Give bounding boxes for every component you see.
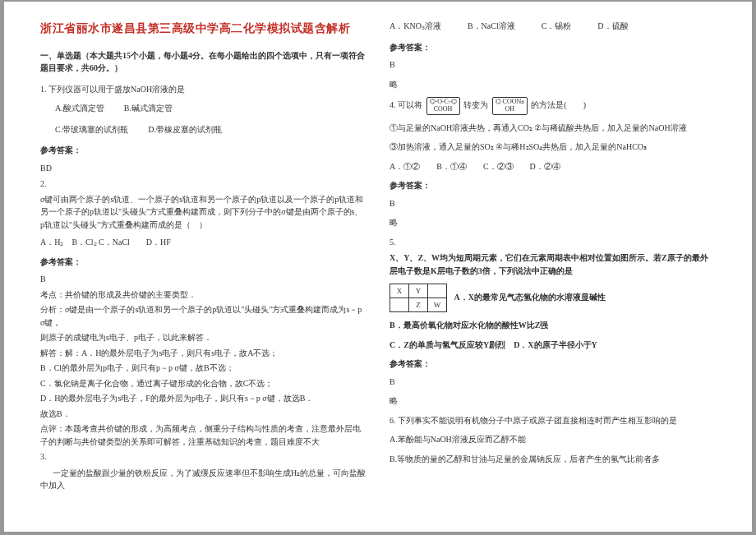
q5-opt-c: C．Z的单质与氢气反应较Y剧烈 xyxy=(390,340,505,349)
q2-an2: 则原子的成键电为s电子、p电子，以此来解答． xyxy=(40,331,366,344)
q1-opt-a: A.酸式滴定管 xyxy=(55,102,104,115)
q6-opt-a: A.苯酚能与NaOH溶液反应而乙醇不能 xyxy=(390,433,716,446)
q4-answer: B xyxy=(390,197,716,210)
molecule-2-icon: ⌬ COONaOH xyxy=(492,97,528,115)
q2-kd: 考点：共价键的形成及共价键的主要类型． xyxy=(40,288,366,302)
q2-sol-a: 解答：解：A．H的最外层电子为s电子，则只有s电子，故A不选； xyxy=(40,347,366,360)
q4-line1: ①与足量的NaOH溶液共热，再通入CO₂ ②与稀硫酸共热后，加入足量的NaOH溶… xyxy=(390,122,716,135)
molecule-1-icon: ⌬-O-C-⌬COOH xyxy=(426,97,460,115)
section-1-head: 一、单选题（本大题共15个小题，每小题4分。在每小题给出的四个选项中，只有一项符… xyxy=(40,49,366,75)
q4-note: 略 xyxy=(390,216,716,229)
q1-answer: BD xyxy=(40,162,366,175)
q5-text: X、Y、Z、W均为短周期元素，它们在元素周期表中相对位置如图所示。若Z原子的最外… xyxy=(390,251,716,277)
q6-opt-b: B.等物质的量的乙醇和甘油与足量的金属钠反应，后者产生的氢气比前者多 xyxy=(390,453,716,466)
q4-stem: 4. 可以将 ⌬-O-C-⌬COOH 转变为 ⌬ COONaOH 的方法是( ) xyxy=(390,97,716,115)
q1-answer-label: 参考答案： xyxy=(40,144,366,157)
q5-num: 5. xyxy=(390,236,716,249)
q1-stem: 1. 下列仪器可以用于盛放NaOH溶液的是 xyxy=(40,83,366,96)
q2-para1: σ键可由两个原子的s轨道、一个原子的s轨道和另一个原子的p轨道以及一个原子的p轨… xyxy=(40,193,366,232)
q5-opt-d: D．X的原子半径小于Y xyxy=(514,340,597,349)
q5-opt-b: B．最高价氧化物对应水化物的酸性W比Z强 xyxy=(390,319,716,332)
q2-sol-b: B．Cl的最外层为p电子，则只有p－p σ键，故B不选； xyxy=(40,362,366,375)
q3-opt-d: D．硫酸 xyxy=(597,20,628,33)
q3-opt-c: C．锡粉 xyxy=(542,20,572,33)
q2-answer-label: 参考答案： xyxy=(40,256,366,269)
q3-text: 一定量的盐酸跟少量的铁粉反应，为了减缓反应速率但不影响生成H₂的总量，可向盐酸中… xyxy=(40,467,366,492)
exam-paper: 浙江省丽水市遂昌县第三高级中学高二化学模拟试题含解析 一、单选题（本大题共15个… xyxy=(4,2,752,532)
q1-opt-d: D.带橡皮塞的试剂瓶 xyxy=(148,123,222,136)
q1-options-row1: A.酸式滴定管 B.碱式滴定管 xyxy=(55,102,366,115)
q4-post: 的方法是( ) xyxy=(531,100,586,109)
q2-sol-c: C．氯化钠是离子化合物，通过离子键形成的化合物，故C不选； xyxy=(40,377,366,390)
q3-answer: B xyxy=(390,58,716,71)
q3-num: 3. xyxy=(40,450,366,464)
periodic-position-table: XY ZW xyxy=(390,284,447,312)
q3-answer-label: 参考答案： xyxy=(390,41,716,54)
q4-pre: 4. 可以将 xyxy=(390,100,422,109)
q2-opts: A．H₂ B．Cl₂ C．NaCl D．HF xyxy=(40,236,366,249)
q3-note: 略 xyxy=(390,78,716,91)
q2-answer: B xyxy=(40,273,366,286)
doc-title: 浙江省丽水市遂昌县第三高级中学高二化学模拟试题含解析 xyxy=(40,20,366,38)
q3-opt-a: A．KNO₃溶液 xyxy=(390,20,441,33)
q4-line2: ③加热溶液，通入足量的SO₂ ④与稀H₂SO₄共热后，加入足量的NaHCO₃ xyxy=(390,141,716,154)
q1-options-row2: C.带玻璃塞的试剂瓶 D.带橡皮塞的试剂瓶 xyxy=(55,123,366,136)
q6-text: 6. 下列事实不能说明有机物分子中原子或原子团直接相连时而产生相互影响的是 xyxy=(390,414,716,427)
q2-explanation: B 考点：共价键的形成及共价键的主要类型． 分析：σ键是由一个原子的s轨道和另一… xyxy=(40,273,366,448)
q2-num: 2. xyxy=(40,178,366,191)
q5-answer: B xyxy=(390,376,716,389)
q2-sol-d: D．H的最外层电子为s电子，F的最外层为p电子，则只有s－p σ键，故选B． xyxy=(40,392,366,405)
q2-block: 2. σ键可由两个原子的s轨道、一个原子的s轨道和另一个原子的p轨道以及一个原子… xyxy=(40,178,366,249)
q5-opt-a: A．X的最常见气态氢化物的水溶液显碱性 xyxy=(454,293,606,302)
q3-options: A．KNO₃溶液 B．NaCl溶液 C．锡粉 D．硫酸 xyxy=(390,20,716,33)
q2-sol-e: 故选B． xyxy=(40,408,366,421)
q1-opt-c: C.带玻璃塞的试剂瓶 xyxy=(55,123,128,136)
q5-cd-row: C．Z的单质与氢气反应较Y剧烈 D．X的原子半径小于Y xyxy=(390,339,716,352)
q1-opt-b: B.碱式滴定管 xyxy=(124,102,173,115)
q3-opt-b: B．NaCl溶液 xyxy=(468,20,515,33)
q2-an1: 分析：σ键是由一个原子的s轨道和另一个原子的p轨道以"头碰头"方式重叠构建而成为… xyxy=(40,303,366,329)
q4-choices: A．①② B．①④ C．②③ D．②④ xyxy=(390,160,716,173)
q4-answer-label: 参考答案： xyxy=(390,179,716,192)
q5-row-table: XY ZW A．X的最常见气态氢化物的水溶液显碱性 xyxy=(390,284,716,312)
right-column: A．KNO₃溶液 B．NaCl溶液 C．锡粉 D．硫酸 参考答案： B 略 4.… xyxy=(390,20,716,523)
q5-note: 略 xyxy=(390,394,716,408)
q2-rev1: 点评：本题考查共价键的形成，为高频考点，侧重分子结构与性质的考查，注意最外层电子… xyxy=(40,422,366,448)
left-column: 浙江省丽水市遂昌县第三高级中学高二化学模拟试题含解析 一、单选题（本大题共15个… xyxy=(40,20,366,523)
q5-answer-label: 参考答案： xyxy=(390,357,716,371)
q4-mid: 转变为 xyxy=(463,100,488,109)
